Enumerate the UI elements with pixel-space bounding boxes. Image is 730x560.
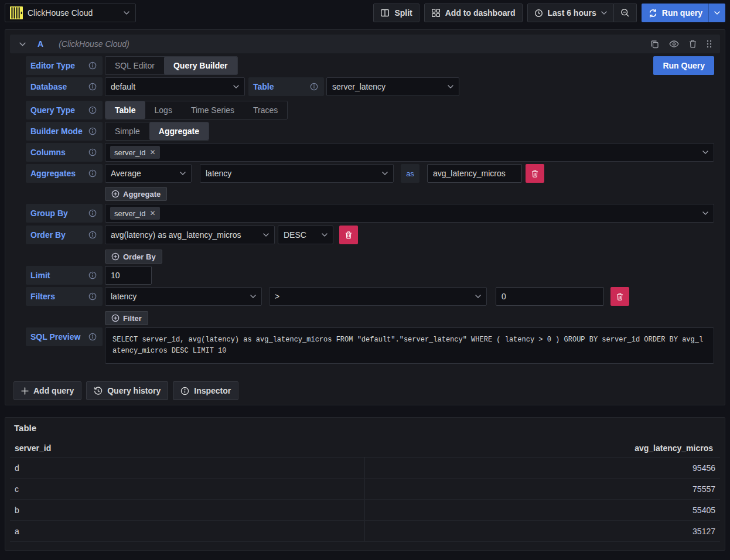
- query-history-button[interactable]: Query history: [86, 381, 168, 400]
- inspector-button[interactable]: Inspector: [173, 381, 238, 400]
- add-aggregate-label: Aggregate: [123, 190, 161, 199]
- label-text: Aggregates: [30, 169, 76, 178]
- info-icon[interactable]: [88, 333, 97, 341]
- label-text: Order By: [30, 230, 66, 240]
- query-builder-option[interactable]: Query Builder: [164, 57, 237, 74]
- info-icon[interactable]: [88, 169, 97, 177]
- drag-handle-icon[interactable]: [707, 40, 712, 48]
- filter-value: 0: [502, 292, 506, 301]
- duplicate-query-icon[interactable]: [650, 40, 659, 49]
- run-query-editor-button[interactable]: Run Query: [653, 56, 714, 75]
- limit-input[interactable]: 10: [105, 266, 152, 285]
- editor-type-switch: SQL Editor Query Builder: [105, 56, 238, 75]
- query-editor-panel: A (ClickHouse Cloud) Editor Type: [5, 29, 725, 405]
- time-range-picker[interactable]: Last 6 hours: [527, 4, 614, 22]
- chevron-down-icon: [124, 11, 129, 15]
- collapse-chevron-icon[interactable]: [19, 42, 26, 46]
- add-order-by-button[interactable]: Order By: [105, 250, 162, 264]
- chevron-down-icon: [228, 85, 239, 88]
- cell-server-id: b: [10, 500, 365, 520]
- zoom-out-time-button[interactable]: [614, 4, 637, 22]
- group-by-tag: server_id ✕: [110, 207, 160, 220]
- label-text: Database: [30, 82, 67, 91]
- table-row: b 55405: [10, 500, 720, 521]
- split-button[interactable]: Split: [373, 4, 419, 22]
- label-text: Columns: [30, 148, 66, 157]
- split-icon: [380, 8, 390, 18]
- database-value: default: [111, 82, 135, 91]
- info-icon[interactable]: [88, 148, 97, 156]
- add-query-button[interactable]: Add query: [13, 381, 81, 400]
- table-panel: Table server_id avg_latency_micros d 954…: [5, 417, 725, 551]
- filter-field-select[interactable]: latency: [105, 287, 262, 306]
- tag-label: server_id: [114, 209, 145, 218]
- add-to-dashboard-button[interactable]: Add to dashboard: [424, 4, 523, 22]
- chevron-down-icon[interactable]: [709, 11, 725, 15]
- info-icon[interactable]: [88, 209, 97, 217]
- label-text: Limit: [30, 271, 50, 280]
- hide-response-icon[interactable]: [669, 40, 679, 47]
- datasource-name: ClickHouse Cloud: [28, 8, 93, 18]
- query-type-switch: Table Logs Time Series Traces: [105, 101, 288, 119]
- columns-multiselect[interactable]: server_id ✕: [105, 143, 714, 162]
- order-by-label: Order By: [26, 226, 103, 244]
- table-select[interactable]: server_latency: [326, 77, 459, 96]
- filter-operator-select[interactable]: >: [269, 287, 487, 306]
- chevron-down-icon: [443, 85, 453, 88]
- query-type-logs[interactable]: Logs: [145, 101, 182, 119]
- remove-query-icon[interactable]: [689, 40, 697, 48]
- label-text: SQL Preview: [30, 332, 80, 342]
- order-by-field-select[interactable]: avg(latency) as avg_latency_micros: [105, 226, 275, 244]
- table-value: server_latency: [332, 82, 386, 91]
- builder-mode-simple[interactable]: Simple: [105, 122, 149, 140]
- order-by-direction-value: DESC: [284, 230, 306, 240]
- info-icon[interactable]: [88, 127, 97, 135]
- chevron-down-icon: [317, 233, 328, 237]
- add-filter-button[interactable]: Filter: [105, 311, 148, 325]
- group-by-multiselect[interactable]: server_id ✕: [105, 204, 714, 223]
- remove-tag-icon[interactable]: ✕: [149, 149, 155, 156]
- aggregate-alias-value: avg_latency_micros: [433, 169, 506, 178]
- cell-avg-latency: 35127: [365, 527, 720, 536]
- query-type-timeseries[interactable]: Time Series: [182, 101, 244, 119]
- run-query-button[interactable]: Run query: [642, 4, 725, 22]
- remove-tag-icon[interactable]: ✕: [149, 210, 155, 217]
- builder-mode-aggregate[interactable]: Aggregate: [149, 122, 209, 140]
- database-select[interactable]: default: [105, 77, 245, 96]
- label-text: Filters: [30, 292, 55, 301]
- time-range-label: Last 6 hours: [548, 8, 596, 18]
- add-aggregate-button[interactable]: Aggregate: [105, 187, 167, 201]
- remove-filter-button[interactable]: [610, 287, 629, 306]
- order-by-direction-select[interactable]: DESC: [278, 226, 333, 244]
- info-icon[interactable]: [88, 62, 97, 70]
- info-icon[interactable]: [310, 83, 318, 91]
- remove-aggregate-button[interactable]: [526, 164, 544, 183]
- label-text: Query Type: [30, 105, 75, 115]
- info-icon[interactable]: [88, 83, 97, 91]
- aggregate-column-select[interactable]: latency: [200, 164, 394, 183]
- query-type-label: Query Type: [26, 101, 103, 119]
- selected-column-tag: server_id ✕: [110, 146, 160, 159]
- aggregate-function-select[interactable]: Average: [105, 164, 192, 183]
- info-icon[interactable]: [88, 271, 97, 279]
- sql-editor-option[interactable]: SQL Editor: [105, 57, 164, 74]
- limit-label: Limit: [26, 266, 103, 285]
- query-type-table[interactable]: Table: [105, 101, 145, 119]
- info-icon[interactable]: [88, 231, 97, 239]
- filter-value-input[interactable]: 0: [496, 287, 604, 306]
- info-icon[interactable]: [88, 292, 97, 301]
- chevron-down-icon: [470, 295, 481, 298]
- remove-order-by-button[interactable]: [339, 226, 358, 244]
- table-row: d 95456: [10, 457, 720, 479]
- column-header-server-id[interactable]: server_id: [10, 443, 365, 453]
- add-to-dashboard-label: Add to dashboard: [445, 8, 516, 18]
- aggregate-column-value: latency: [206, 169, 231, 178]
- info-icon[interactable]: [88, 106, 97, 114]
- aggregate-function-value: Average: [111, 169, 141, 178]
- aggregate-alias-input[interactable]: avg_latency_micros: [427, 164, 522, 183]
- group-by-label: Group By: [26, 204, 103, 223]
- datasource-picker[interactable]: ClickHouse Cloud: [5, 4, 136, 22]
- query-type-traces[interactable]: Traces: [244, 101, 287, 119]
- column-header-avg-latency[interactable]: avg_latency_micros: [365, 443, 720, 453]
- chevron-down-icon: [175, 172, 186, 175]
